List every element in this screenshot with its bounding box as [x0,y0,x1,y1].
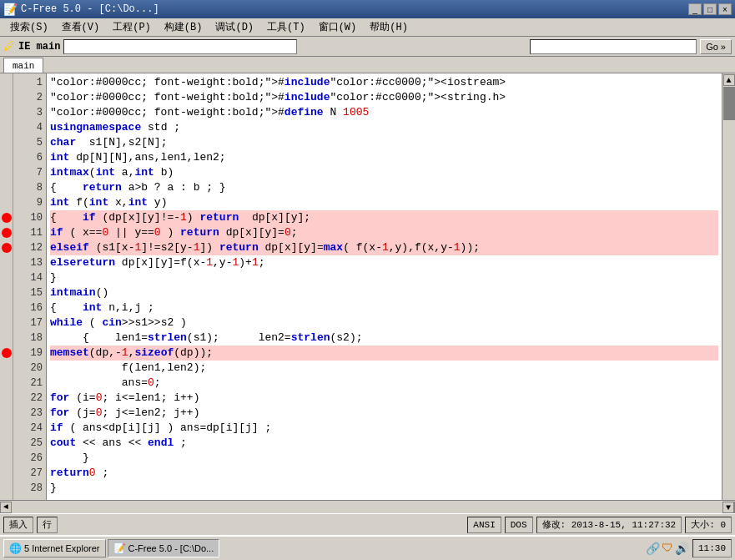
menu-project[interactable]: 工程(P) [106,18,158,36]
editor-body: 1234567891011121314151617181920212223242… [0,73,735,500]
code-line: if ( ans<dp[i][j] ) ans=dp[i][j] ; [50,421,718,436]
breakpoint-indicator [0,195,13,210]
code-line: char s1[N],s2[N]; [50,135,718,150]
code-line: else return dp[x][y]=f(x-1,y-1)+1; [50,255,718,270]
line-number: 10 [13,210,46,225]
breakpoint-indicator [0,315,13,330]
code-editor[interactable]: "color:#0000cc; font-weight:bold;">#incl… [47,73,722,500]
search-input[interactable] [530,39,697,54]
code-line: for (i=0; i<=len1; i++) [50,391,718,406]
line-number: 6 [13,150,46,165]
line-number: 21 [13,376,46,391]
breakpoint-indicator [0,165,13,180]
code-line: if ( x==0 || y==0 ) return dp[x][y]=0; [50,225,718,240]
line-number: 1 [13,75,46,90]
code-line: } [50,270,718,285]
app-icon: 📝 [3,3,18,17]
tab-label: main [13,61,34,71]
vertical-scrollbar[interactable]: ▲ ▼ [722,73,735,500]
menu-view[interactable]: 查看(V) [55,18,107,36]
line-number: 27 [13,466,46,481]
code-line: ans=0; [50,376,718,391]
line-number: 12 [13,240,46,255]
menu-tools[interactable]: 工具(T) [260,18,312,36]
breakpoint-indicator [0,436,13,451]
code-line: int dp[N][N],ans,len1,len2; [50,150,718,165]
line-number: 8 [13,180,46,195]
code-line: } [50,451,718,466]
code-line: { int n,i,j ; [50,300,718,315]
status-bar: 插入 行 ANSI DOS 修改: 2013-8-15, 11:27:32 大小… [0,513,735,535]
line-number: 26 [13,451,46,466]
line-number: 17 [13,315,46,330]
breakpoint-indicator [0,180,13,195]
menu-bar: 搜索(S) 查看(V) 工程(P) 构建(B) 调试(D) 工具(T) 窗口(W… [0,18,735,37]
line-number: 24 [13,421,46,436]
horizontal-scrollbar[interactable]: ◄ ► [0,500,735,513]
menu-debug[interactable]: 调试(D) [209,18,260,36]
breakpoint-indicator [0,285,13,300]
breakpoint-indicator [0,270,13,285]
breakpoint-indicator [0,135,13,150]
go-button[interactable]: Go » [700,39,732,54]
code-line: else if (s1[x-1]!=s2[y-1]) return dp[x][… [50,240,718,255]
filepath-label: IE main [18,41,60,53]
close-button[interactable]: × [718,3,732,15]
system-tray: 🔗 🛡 🔊 [646,542,689,556]
code-line: cout << ans << endl ; [50,436,718,451]
menu-window[interactable]: 窗口(W) [312,18,364,36]
code-line: int main() [50,285,718,300]
breakpoint-indicator [0,90,13,105]
cfree-taskbar-btn[interactable]: 📝 C-Free 5.0 - [C:\Do... [108,539,220,557]
line-number: 11 [13,225,46,240]
filepath-icon: 🖊 [3,40,15,53]
breakpoint-indicator [0,451,13,466]
tab-bar: main [0,57,735,73]
maximize-button[interactable]: □ [703,3,717,15]
breakpoint-indicator [0,466,13,481]
code-line: { return a>b ? a : b ; } [50,180,718,195]
line-number: 16 [13,300,46,315]
modified-status: 修改: 2013-8-15, 11:27:32 [536,517,682,533]
line-number: 15 [13,285,46,300]
line-number: 7 [13,165,46,180]
breakpoint-indicator [0,225,13,240]
breakpoint-indicator [0,105,13,120]
shield-icon: 🛡 [662,542,673,555]
code-line: for (j=0; j<=len2; j++) [50,406,718,421]
line-number: 28 [13,481,46,496]
code-line: memset(dp,-1,sizeof(dp)); [50,346,718,361]
code-line: "color:#0000cc; font-weight:bold;">#incl… [50,90,718,105]
line-number: 5 [13,135,46,150]
line-number: 13 [13,255,46,270]
breakpoint-indicator [0,330,13,346]
breakpoint-indicator [0,300,13,315]
menu-search[interactable]: 搜索(S) [3,18,55,36]
breakpoint-indicator [0,406,13,421]
breakpoint-indicator [0,376,13,391]
line-number: 25 [13,436,46,451]
line-number: 18 [13,330,46,346]
main-tab[interactable]: main [3,58,43,73]
title-bar: 📝 C-Free 5.0 - [C:\Do...] _ □ × [0,0,735,18]
menu-help[interactable]: 帮助(H) [363,18,415,36]
filepath-input[interactable] [63,39,296,54]
code-line: f(len1,len2); [50,361,718,376]
ie-taskbar-btn[interactable]: 🌐 5 Internet Explorer [3,539,106,557]
breakpoint-indicator [0,481,13,496]
line-numbers: 1234567891011121314151617181920212223242… [13,73,47,500]
minimize-button[interactable]: _ [688,3,702,15]
breakpoint-indicator [0,75,13,90]
network-icon: 🔗 [646,542,660,556]
encoding-status: ANSI [467,517,501,533]
code-line: { len1=strlen(s1); len2=strlen(s2); [50,330,718,346]
cfree-icon: 📝 [113,542,126,554]
line-number: 2 [13,90,46,105]
system-clock: 11:30 [692,539,732,557]
menu-build[interactable]: 构建(B) [158,18,209,36]
size-status: 大小: 0 [685,517,732,533]
code-line: "color:#0000cc; font-weight:bold;">#incl… [50,75,718,90]
insert-status: 插入 [3,517,33,533]
breakpoint-indicator [0,240,13,255]
ie-icon: 🌐 [9,542,22,554]
